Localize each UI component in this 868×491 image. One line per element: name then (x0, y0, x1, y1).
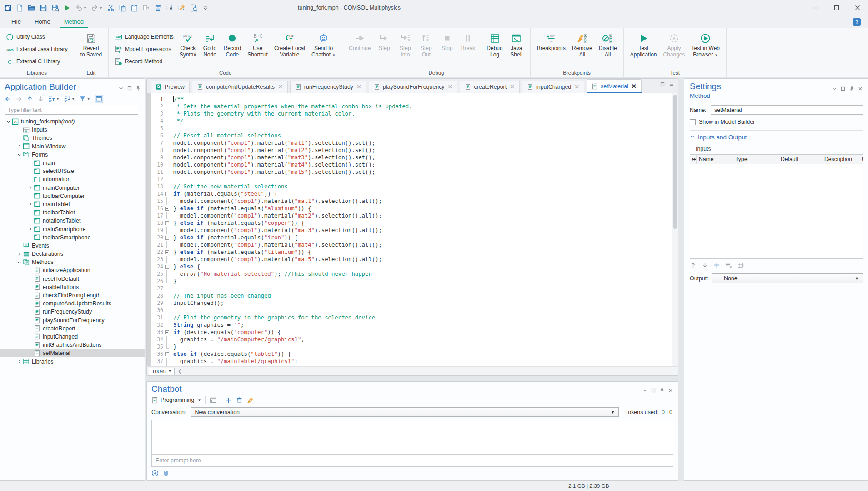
tree-item-notationstablet[interactable]: notationsTablet (0, 217, 145, 225)
panel-chevron-down-icon[interactable] (832, 86, 837, 91)
prompt-input[interactable]: Enter prompt here (151, 454, 673, 467)
column-header-description[interactable]: Description (822, 155, 859, 164)
panel-chevron-down-icon[interactable] (642, 388, 647, 393)
tabbar-menu-lines-icon[interactable] (669, 81, 674, 89)
toolbar-overflow-button[interactable] (200, 2, 211, 14)
chat-mode-select[interactable]: Programming▼ (151, 397, 201, 404)
fold-marker-icon[interactable] (165, 330, 169, 334)
save-button[interactable] (38, 2, 49, 14)
expander-icon[interactable] (26, 185, 34, 190)
window-maximize-button[interactable] (826, 0, 847, 15)
editor-tab-preview[interactable]: Preview (151, 81, 190, 93)
tree-item-toolbartablet[interactable]: toolbarTablet (0, 208, 145, 217)
ribbon-model-expressions-button[interactable]: a=Model Expressions (112, 43, 176, 55)
editor-tools-button[interactable] (95, 95, 103, 103)
expander-icon[interactable] (15, 152, 23, 157)
tree-item-createreport[interactable]: createReport (0, 324, 145, 333)
tree-item-resettodefault[interactable]: resetToDefault (0, 275, 145, 283)
column-header-unit[interactable]: Unit (859, 155, 863, 164)
editor-tab-setmaterial[interactable]: setMaterial✕ (587, 79, 642, 93)
add-icon[interactable] (225, 397, 232, 404)
brush-icon[interactable] (247, 397, 254, 404)
hscroll-left-icon[interactable]: ❮ (178, 369, 181, 374)
ribbon-record-method-button[interactable]: Record Method (112, 56, 176, 67)
tree-item-events[interactable]: Events (0, 242, 145, 250)
panel-chevron-down-icon[interactable] (118, 86, 124, 91)
close-tab-icon[interactable]: ✕ (278, 85, 283, 89)
tree-item-libraries[interactable]: Libraries (0, 357, 145, 365)
tree-item-forms[interactable]: Forms (0, 151, 145, 159)
column-header-default[interactable]: Default (778, 155, 822, 164)
show-in-model-builder-checkbox[interactable] (690, 119, 696, 125)
tree-item-information[interactable]: information (0, 175, 145, 183)
ribbon-send-to-chatbot-button[interactable]: Send toChatbot ▼ (308, 30, 339, 58)
panel-float-icon[interactable] (651, 388, 656, 393)
ribbon-tab-file[interactable]: File (5, 15, 28, 28)
ribbon-breakpoints-button[interactable]: Breakpoints (534, 30, 569, 52)
fold-marker-icon[interactable] (165, 250, 169, 254)
panel-pin-icon[interactable] (659, 388, 665, 393)
close-tab-icon[interactable]: ✕ (574, 85, 579, 89)
fold-marker-icon[interactable] (165, 352, 169, 356)
expander-icon[interactable] (15, 252, 23, 257)
expander-icon[interactable] (5, 119, 12, 124)
tree-item-enablebuttons[interactable]: enableButtons (0, 283, 145, 291)
clear-region-button[interactable] (176, 2, 187, 14)
filter-button[interactable]: ▼ (79, 96, 90, 102)
editor-tab-playsoundforfrequency[interactable]: playSoundForFrequency✕ (369, 81, 458, 93)
close-tab-icon[interactable]: ✕ (356, 85, 361, 89)
window-minimize-button[interactable] (805, 0, 826, 15)
method-name-input[interactable] (711, 105, 863, 115)
tree-item-main[interactable]: main (0, 159, 145, 167)
go-back-button[interactable] (5, 96, 11, 102)
tree-item-mainsmartphone[interactable]: mainSmartphone (0, 225, 145, 233)
tree-item-runfrequencystudy[interactable]: runFrequencyStudy (0, 308, 145, 316)
editor-tab-createreport[interactable]: createReport✕ (460, 81, 520, 93)
expander-icon[interactable] (15, 144, 23, 149)
expander-icon[interactable] (15, 260, 23, 265)
tree-item-declarations[interactable]: Declarations (0, 250, 145, 258)
find-button[interactable] (188, 2, 199, 14)
paste-button[interactable] (129, 2, 140, 14)
ribbon-remove-all-button[interactable]: RemoveAll (569, 30, 596, 58)
tree-item-toolbarsmartphone[interactable]: toolbarSmartphone (0, 233, 145, 242)
ribbon-use-shortcut-button[interactable]: B+CUseShortcut (244, 30, 271, 58)
tree-item-maintablet[interactable]: mainTablet (0, 200, 145, 208)
panel-float-icon[interactable] (127, 86, 132, 91)
tree-item-maincomputer[interactable]: mainComputer (0, 184, 145, 192)
panel-close-icon[interactable] (858, 86, 863, 91)
tree-item-initializeapplication[interactable]: initializeApplication (0, 266, 145, 274)
delete-button[interactable] (152, 2, 164, 14)
tabbar-float-icon[interactable] (660, 81, 665, 89)
ribbon-java-shell-button[interactable]: JavaShell (506, 30, 527, 58)
row-up-icon[interactable] (690, 262, 697, 268)
panel-float-icon[interactable] (840, 86, 846, 91)
editor-tab-computeandupdateresults[interactable]: computeAndUpdateResults✕ (192, 81, 288, 93)
save-as-button[interactable] (50, 2, 61, 14)
panel-pin-icon[interactable] (849, 86, 854, 91)
cut-button[interactable] (105, 2, 116, 14)
delete-rows-icon[interactable] (725, 262, 732, 268)
ribbon-record-code-button[interactable]: RecordCode (221, 30, 245, 58)
collapse-levels-button[interactable]: ▼ (48, 96, 60, 102)
undo-button[interactable]: ▼ (73, 2, 89, 14)
send-icon[interactable] (151, 470, 159, 477)
tree-item-themes[interactable]: Themes (0, 134, 145, 142)
row-down-icon[interactable] (702, 262, 708, 268)
attach-icon[interactable] (162, 470, 170, 477)
ribbon-go-to-node-button[interactable]: Go toNode (200, 30, 221, 58)
ribbon-external-c-library-button[interactable]: CExternal C Library (3, 56, 70, 67)
tree-filter-input[interactable] (5, 106, 138, 115)
fold-marker-icon[interactable] (165, 221, 169, 225)
add-row-icon[interactable] (713, 262, 720, 268)
ribbon-tab-method[interactable]: Method (57, 15, 90, 28)
redo-button[interactable]: ▼ (89, 2, 105, 14)
copy-button[interactable] (117, 2, 128, 14)
ribbon-revert-to-saved-button[interactable]: Revertto Saved (77, 30, 105, 58)
ribbon-language-elements-button[interactable]: ABCLanguage Elements (112, 31, 176, 43)
fold-marker-icon[interactable] (165, 265, 169, 269)
tree-item-checkfindpronglength[interactable]: checkFindProngLength (0, 291, 145, 299)
tree-item-selectuisize[interactable]: selectUISize (0, 167, 145, 175)
expand-levels-button[interactable]: ▼ (64, 96, 75, 102)
expander-icon[interactable] (26, 202, 34, 207)
